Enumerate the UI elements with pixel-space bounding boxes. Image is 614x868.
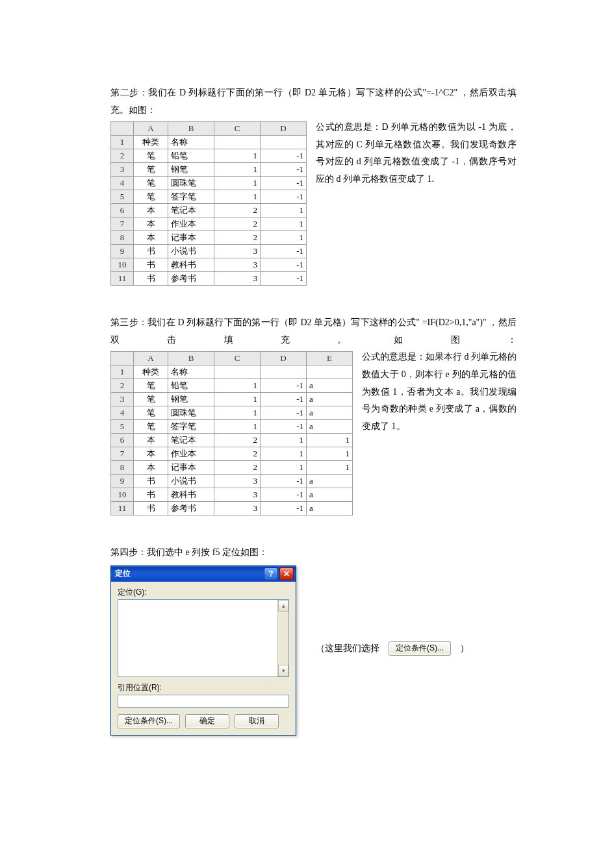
aside-prefix: （这里我们选择 [316, 643, 379, 654]
cell-d: -1 [261, 393, 307, 406]
corner-cell [111, 352, 134, 366]
table-row: 9书小说书3-1 [111, 245, 307, 258]
aside-special-button[interactable]: 定位条件(S)... [389, 641, 451, 656]
table-row: 3笔钢笔1-1a [111, 393, 353, 406]
cell-c: 1 [214, 420, 261, 434]
cell-b: 小说书 [168, 245, 214, 258]
cell-c: 3 [214, 245, 261, 258]
cell-b: 笔记本 [168, 204, 214, 217]
col-E: E [307, 352, 353, 366]
cell-e: a [307, 502, 353, 515]
cell-c: 3 [214, 475, 261, 488]
cell-d: -1 [261, 190, 307, 204]
cell-c: 2 [214, 461, 261, 475]
table-row: 11书参考书3-1 [111, 272, 307, 286]
cell-b: 参考书 [168, 502, 214, 515]
step4-section: 第四步：我们选中 e 列按 f5 定位如图： 定位 ? ✕ 定位(G): ▴ [110, 544, 517, 736]
cell-b: 钢笔 [168, 393, 214, 406]
cell-b: 签字笔 [168, 190, 214, 204]
cell-a: 书 [134, 475, 168, 488]
special-button[interactable]: 定位条件(S)... [118, 714, 180, 728]
cell-a: 本 [134, 434, 168, 447]
cell-b: 作业本 [168, 217, 214, 231]
cell-a: 书 [134, 502, 168, 515]
cell-b: 作业本 [168, 447, 214, 461]
aside-suffix: ） [460, 643, 469, 654]
row-number: 5 [111, 190, 134, 204]
help-icon[interactable]: ? [264, 567, 278, 580]
cell-a: 本 [134, 217, 168, 231]
cell-a: 种类 [134, 136, 168, 149]
cell-a: 本 [134, 461, 168, 475]
cell-c: 2 [214, 434, 261, 447]
row-number: 8 [111, 231, 134, 245]
cell-d: -1 [261, 379, 307, 393]
cell-c: 1 [214, 190, 261, 204]
row-number: 3 [111, 163, 134, 177]
step4-intro: 第四步：我们选中 e 列按 f5 定位如图： [110, 544, 517, 562]
row-number: 10 [111, 258, 134, 272]
cell-d: -1 [261, 149, 307, 163]
row-number: 2 [111, 379, 134, 393]
col-D: D [261, 122, 307, 136]
cell-b: 记事本 [168, 231, 214, 245]
row-number: 7 [111, 217, 134, 231]
cell-c: 1 [214, 406, 261, 420]
ok-button[interactable]: 确定 [185, 714, 229, 728]
col-B: B [168, 352, 214, 366]
cell-c: 2 [214, 217, 261, 231]
row-number: 1 [111, 136, 134, 149]
cell-c: 2 [214, 231, 261, 245]
cell-a: 书 [134, 488, 168, 502]
step2-section: 第二步：我们在 D 列标题行下面的第一行（即 D2 单元格）写下这样的公式"=-… [110, 84, 517, 290]
cell-a: 笔 [134, 379, 168, 393]
cell-a: 书 [134, 258, 168, 272]
cell-b: 钢笔 [168, 163, 214, 177]
scroll-down-icon[interactable]: ▾ [278, 665, 288, 676]
step3-section: 第三步：我们在 D 列标题行下面的第一行（即 D2 单元格）写下这样的公式" =… [110, 314, 517, 519]
cell-c: 1 [214, 163, 261, 177]
table-row: 8本记事本211 [111, 461, 353, 475]
cell-d: -1 [261, 502, 307, 515]
col-A: A [134, 122, 168, 136]
cell-d: -1 [261, 406, 307, 420]
table-row: 6本笔记本21 [111, 204, 307, 217]
cell-d: -1 [261, 245, 307, 258]
cell-b: 名称 [168, 136, 214, 149]
col-D: D [261, 352, 307, 366]
cell-b: 教科书 [168, 258, 214, 272]
row-number: 5 [111, 420, 134, 434]
row-number: 2 [111, 149, 134, 163]
table2: A B C D E 1种类名称2笔铅笔1-1a3笔钢笔1-1a4笔圆珠笔1-1a… [110, 351, 353, 515]
cell-a: 笔 [134, 420, 168, 434]
cell-a: 本 [134, 447, 168, 461]
close-icon[interactable]: ✕ [279, 567, 294, 580]
cell-d: 1 [261, 447, 307, 461]
row-number: 8 [111, 461, 134, 475]
goto-listbox[interactable]: ▴ ▾ [118, 599, 289, 677]
table-row: 10书教科书3-1 [111, 258, 307, 272]
cell-a: 笔 [134, 406, 168, 420]
reference-input[interactable] [118, 695, 289, 708]
cell-d: 1 [261, 204, 307, 217]
col-C: C [214, 122, 261, 136]
cell-b: 圆珠笔 [168, 406, 214, 420]
table-row: 2笔铅笔1-1a [111, 379, 353, 393]
scrollbar[interactable]: ▴ ▾ [277, 600, 288, 676]
cancel-button[interactable]: 取消 [235, 714, 279, 728]
table-row: 5笔签字笔1-1 [111, 190, 307, 204]
cell-a: 笔 [134, 149, 168, 163]
scroll-up-icon[interactable]: ▴ [278, 600, 288, 612]
row-number: 7 [111, 447, 134, 461]
table-row: 7本作业本21 [111, 217, 307, 231]
row-number: 6 [111, 434, 134, 447]
cell-b: 铅笔 [168, 379, 214, 393]
cell-b: 参考书 [168, 272, 214, 286]
table-row: 9书小说书3-1a [111, 475, 353, 488]
cell-d: 1 [261, 217, 307, 231]
dialog-titlebar[interactable]: 定位 ? ✕ [111, 566, 296, 582]
cell-c: 2 [214, 447, 261, 461]
cell-c: 3 [214, 272, 261, 286]
cell-c: 3 [214, 258, 261, 272]
cell-d: 1 [261, 231, 307, 245]
